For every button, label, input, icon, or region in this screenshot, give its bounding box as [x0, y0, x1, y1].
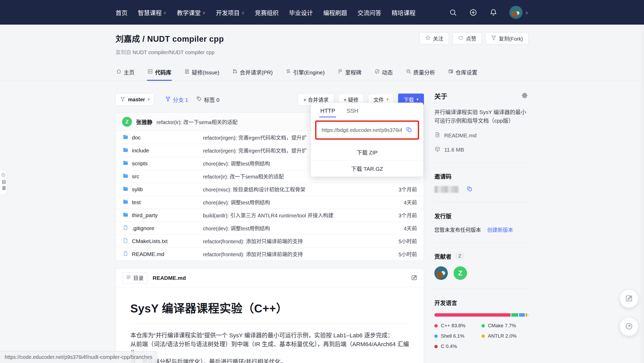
share-button[interactable] — [620, 318, 638, 336]
tab-milestone[interactable]: 里程碑 — [337, 65, 362, 81]
repo-description: 并行编译课程实验 SysY 编译器的最小可运行示例和指导文档（cpp版） — [434, 108, 528, 125]
tags-link[interactable]: 标签 0 — [196, 96, 220, 103]
lang-color-dot — [434, 324, 438, 328]
home-icon — [116, 69, 122, 75]
create-release-link[interactable]: 创建新版本 — [487, 226, 513, 233]
star-action-button[interactable]: 关注 — [420, 32, 449, 44]
nav-item-3[interactable]: 教学课堂∨ — [177, 8, 205, 17]
commit-author-name[interactable]: 张雅静 — [136, 118, 152, 126]
download-tab-ssh[interactable]: SSH — [346, 108, 358, 117]
divider — [434, 202, 528, 202]
file-name-link[interactable]: README.md — [132, 251, 164, 257]
file-name-link[interactable]: .gitignore — [132, 225, 154, 231]
notifications-bell-icon[interactable] — [489, 8, 498, 17]
lang-legend-item: ANTLR 2.0% — [482, 333, 529, 339]
contributor-avatar[interactable]: Z — [454, 266, 467, 280]
file-name-link[interactable]: src — [132, 173, 139, 180]
file-commit-message-link[interactable]: build(antlr): 引入第三方 ANTLR4 runtime/tool … — [203, 211, 378, 219]
fork-action-button[interactable]: 复刻(Fork) — [485, 32, 528, 44]
download-targz-item[interactable]: 下载 TAR.GZ — [311, 160, 423, 176]
tab-quality[interactable]: 质量分析 — [405, 65, 436, 81]
scrollbar-track[interactable] — [641, 25, 644, 363]
file-commit-message-link[interactable]: refactor(frontend): 添加对只编译前端的支持 — [203, 250, 378, 258]
file-name-link[interactable]: doc — [132, 134, 141, 141]
branch-selector[interactable]: master ▾ — [116, 93, 154, 106]
lang-color-dot — [434, 334, 438, 338]
chevron-down-icon: ▾ — [416, 97, 419, 102]
file-name-link[interactable]: scripts — [132, 160, 148, 167]
file-commit-message-link[interactable]: chore(dev): 调整test用例结构 — [203, 224, 378, 232]
commit-message[interactable]: refactor(ir): 改一下sema相关的适配 — [157, 118, 237, 126]
releases-empty-text: 您暂未发布任何版本 — [434, 226, 481, 233]
user-avatar[interactable] — [509, 6, 523, 19]
tab-activity[interactable]: 动态 — [374, 65, 393, 81]
chevron-down-icon: ▾ — [386, 97, 388, 102]
toc-button[interactable]: 目录 — [122, 272, 147, 284]
file-commit-message-link[interactable]: chore(misc): 按目录结构设计初始化工程骨架 — [203, 186, 378, 193]
nav-item-2[interactable]: 智慧课程∨ — [138, 8, 166, 17]
copy-url-button[interactable] — [402, 123, 416, 137]
edit-readme-icon[interactable] — [411, 274, 417, 282]
tab-home[interactable]: 主页 — [116, 65, 135, 81]
copy-icon[interactable] — [466, 186, 473, 193]
tab-code[interactable]: 代码库 — [147, 65, 172, 81]
folder-icon — [123, 186, 129, 193]
file-name-link[interactable]: include — [132, 147, 149, 154]
file-commit-message-link[interactable]: chore(dev): 调整test用例结构 — [203, 198, 378, 206]
file-commit-time: 3个月前 — [378, 211, 417, 219]
add-icon[interactable] — [469, 8, 478, 17]
tab-repo-settings[interactable]: 仓库设置 — [448, 65, 478, 81]
tab-pr[interactable]: 合并请求(PR) — [232, 65, 273, 81]
clone-url-input[interactable]: https://bdgit.educoder.net/p9s376i4 — [318, 127, 402, 133]
divider — [130, 324, 409, 324]
file-row: CMakeLists.txtrefactor(frontend): 添加对只编译… — [116, 234, 424, 247]
repo-tab-bar: 主页代码库疑修(Issue)合并请求(PR)引擎(Engine)里程碑动态质量分… — [116, 65, 528, 81]
file-name-link[interactable]: sylib — [132, 186, 143, 193]
file-row: third_partybuild(antlr): 引入第三方 ANTLR4 ru… — [116, 209, 424, 222]
chevron-down-icon: ▾ — [148, 97, 150, 102]
user-menu[interactable]: ∨ — [509, 6, 528, 19]
lang-legend-item: Shell 6.1% — [434, 333, 482, 339]
nav-item-6[interactable]: 毕业设计 — [289, 8, 313, 17]
download-dropdown: HTTP SSH https://bdgit.educoder.net/p9s3… — [311, 103, 423, 177]
file-commit-time: 4天前 — [378, 224, 417, 232]
branches-link[interactable]: 分支 1 — [165, 96, 188, 103]
repo-title: 刘嘉成 / NUDT compiler cpp — [116, 32, 224, 44]
readme-sidebar-link[interactable]: README.md — [434, 132, 528, 139]
download-tab-http[interactable]: HTTP — [320, 108, 335, 117]
nav-item-9[interactable]: 精培课程 — [392, 8, 415, 17]
tab-issue[interactable]: 疑修(Issue) — [184, 65, 220, 81]
toc-float-tab[interactable]: 目录 — [0, 170, 7, 195]
gear-icon[interactable] — [521, 92, 528, 100]
file-name-link[interactable]: CMakeLists.txt — [132, 238, 168, 244]
repo-actions: 关注点赞复刻(Fork) — [420, 32, 528, 44]
feedback-button[interactable] — [620, 290, 638, 308]
chevron-right-circle-icon — [1, 173, 6, 178]
languages-title: 开发语言 — [434, 298, 528, 307]
search-icon[interactable] — [449, 8, 457, 17]
tab-engine[interactable]: 引擎(Engine) — [285, 65, 325, 81]
file-name-link[interactable]: third_party — [132, 212, 158, 218]
file-name-link[interactable]: test — [132, 199, 141, 205]
nav-item-4[interactable]: 开发项目∨ — [216, 8, 244, 17]
invite-title: 邀请码 — [434, 172, 528, 180]
heart-action-button[interactable]: 点赞 — [452, 32, 482, 44]
contributor-avatar[interactable] — [434, 266, 448, 280]
fork-source-link[interactable]: NUDT compiler/NUDT compiler cpp — [133, 49, 215, 55]
nav-menu: 首页智慧课程∨教学课堂∨开发项目∨竞赛组织毕业设计编程刷题交流问答精培课程 — [116, 8, 415, 17]
nav-item-1[interactable]: 首页 — [116, 8, 128, 17]
download-zip-item[interactable]: 下载 ZIP — [311, 144, 423, 160]
nav-item-7[interactable]: 编程刷题 — [323, 8, 347, 17]
folder-icon — [123, 134, 129, 141]
commit-author-avatar[interactable]: Z — [122, 117, 132, 127]
nav-item-5[interactable]: 竞赛组织 — [255, 8, 279, 17]
folder-icon — [123, 160, 129, 167]
repo-settings-icon — [448, 69, 454, 75]
tag-icon — [196, 96, 202, 103]
code-icon — [147, 69, 153, 75]
copy-icon — [406, 126, 412, 134]
file-commit-message-link[interactable]: refactor(frontend): 添加对只编译前端的支持 — [203, 237, 378, 245]
nav-item-8[interactable]: 交流问答 — [357, 8, 381, 17]
readme-filename: README.md — [153, 275, 186, 281]
doc-icon — [434, 132, 441, 139]
